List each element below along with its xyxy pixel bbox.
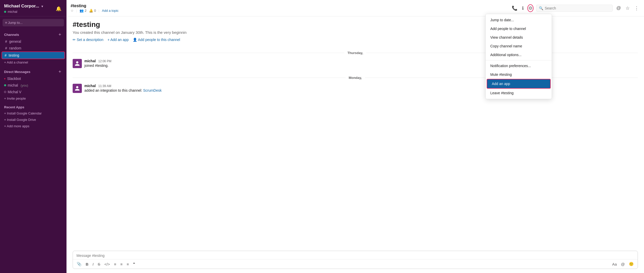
main-header: #testing ☆ | 👥 2 🔔 0 | Add a topic 📞 ℹ ⚙… — [66, 0, 644, 16]
dropdown-jump-to-date[interactable]: Jump to date... — [486, 16, 552, 24]
message-row-2: michal 11:39 AM added an integration to … — [73, 84, 638, 93]
more-options-button[interactable]: ⋮ — [633, 4, 640, 12]
sidebar-item-random[interactable]: # random — [0, 45, 66, 51]
unordered-list-button[interactable]: ≡ — [119, 261, 124, 267]
message-timestamp: 12:06 PM — [98, 59, 111, 63]
date-divider-monday-text: Monday, — [346, 76, 365, 80]
bookmark-icon-button[interactable]: ☆ — [625, 4, 631, 12]
info-icon-button[interactable]: ℹ — [521, 4, 525, 12]
copy-name-label: Copy channel name — [490, 44, 522, 48]
channel-body: #testing You created this channel on Jan… — [66, 16, 644, 251]
header-meta: ☆ | 👥 2 🔔 0 | Add a topic — [71, 9, 119, 13]
message-text: joined #testing. — [84, 64, 638, 68]
blockquote-button[interactable]: ❝ — [132, 261, 136, 267]
sidebar-item-michal[interactable]: michal (you) — [0, 82, 66, 89]
sidebar-item-testing[interactable]: # testing — [2, 51, 65, 59]
message-author: michal — [84, 59, 96, 63]
add-dm-button[interactable]: + — [57, 69, 62, 74]
format-button[interactable]: Aa — [611, 261, 618, 267]
avatar — [73, 59, 82, 68]
message-content-2: michal 11:39 AM added an integration to … — [84, 84, 638, 93]
install-google-drive-link[interactable]: + Install Google Drive — [0, 117, 66, 123]
add-people-label: Add people to channel — [490, 27, 526, 31]
emoji-button[interactable]: 🙂 — [628, 261, 635, 267]
hash-icon: # — [5, 53, 7, 57]
add-channel-link[interactable]: + Add a channel — [0, 59, 66, 66]
sidebar-item-michal-v[interactable]: Michal V — [0, 89, 66, 95]
set-description-link[interactable]: ✏ Set a description — [73, 38, 103, 42]
notifications-bell[interactable]: 🔔 — [55, 5, 62, 13]
attach-button[interactable]: 📎 — [75, 261, 83, 267]
add-topic-link[interactable]: Add a topic — [102, 9, 119, 13]
recent-apps-section-header: Recent Apps — [0, 102, 66, 110]
dropdown-leave[interactable]: Leave #testing — [486, 89, 552, 97]
leave-label: Leave #testing — [490, 91, 514, 95]
mute-label: Mute #testing — [490, 72, 512, 77]
additional-options-label: Additional options... — [490, 53, 521, 57]
channel-actions: ✏ Set a description + Add an app 👤 Add p… — [73, 38, 638, 42]
mention-button[interactable]: @ — [620, 261, 626, 267]
workspace-dropdown-arrow: ▾ — [41, 5, 43, 8]
message-input[interactable] — [76, 254, 634, 258]
add-channel-text: + Add a channel — [4, 60, 28, 64]
phone-icon-button[interactable]: 📞 — [511, 4, 518, 12]
dropdown-add-people[interactable]: Add people to channel — [486, 24, 552, 33]
workspace-name[interactable]: Michael Corpor... ▾ — [4, 4, 43, 9]
notification-prefs-label: Notification preferences... — [490, 64, 531, 68]
install-calendar-text: + Install Google Calendar — [4, 111, 42, 115]
add-more-apps-link[interactable]: + Add more apps — [0, 123, 66, 129]
header-channel-title: #testing — [71, 4, 86, 8]
sidebar-item-slackbot[interactable]: ♥ Slackbot — [0, 75, 66, 82]
star-icon[interactable]: ☆ — [71, 9, 74, 13]
install-drive-text: + Install Google Drive — [4, 118, 36, 122]
dropdown-notification-prefs[interactable]: Notification preferences... — [486, 61, 552, 70]
message-timestamp-2: 11:39 AM — [98, 84, 111, 88]
invite-people-link[interactable]: + Invite people — [0, 95, 66, 102]
strikethrough-button[interactable]: S — [96, 261, 102, 267]
channels-section-header: Channels + — [0, 28, 66, 38]
message-input-top — [73, 251, 638, 259]
main-content: #testing ☆ | 👥 2 🔔 0 | Add a topic 📞 ℹ ⚙… — [66, 0, 644, 273]
jump-to-label: ≡ Jump to... — [5, 21, 23, 25]
add-channel-button[interactable]: + — [57, 32, 62, 37]
bold-button[interactable]: B — [84, 261, 90, 267]
michal-v-status-dot — [4, 91, 6, 93]
dropdown-view-details[interactable]: View channel details — [486, 33, 552, 42]
reminder-count-value: 0 — [94, 9, 96, 13]
message-author-2: michal — [84, 84, 96, 88]
sidebar-user: michal — [4, 10, 43, 14]
ordered-list-button[interactable]: ≡ — [113, 261, 118, 267]
code-button[interactable]: </> — [103, 261, 111, 267]
sidebar-username: michal — [8, 10, 17, 14]
italic-button[interactable]: I — [91, 261, 95, 267]
hash-icon: # — [5, 46, 7, 50]
dropdown-mute[interactable]: Mute #testing — [486, 70, 552, 79]
header-right: 📞 ℹ ⚙ 🔍 @ ☆ ⋮ — [511, 4, 640, 12]
sidebar: Michael Corpor... ▾ michal 🔔 ≡ Jump to..… — [0, 0, 66, 273]
dropdown-separator — [486, 60, 552, 60]
dropdown-copy-name[interactable]: Copy channel name — [486, 42, 552, 50]
avatar-2 — [73, 84, 82, 93]
at-icon-button[interactable]: @ — [615, 4, 622, 12]
jump-to-button[interactable]: ≡ Jump to... — [3, 19, 64, 26]
search-input[interactable] — [545, 6, 610, 10]
add-app-label: Add an app — [492, 82, 510, 86]
search-bar: 🔍 — [536, 5, 613, 12]
scrumdesk-link[interactable]: ScrumDesk — [143, 88, 162, 92]
install-google-calendar-link[interactable]: + Install Google Calendar — [0, 110, 66, 117]
dm-you-label: (you) — [20, 83, 28, 87]
add-app-link[interactable]: + Add an app — [107, 38, 129, 42]
sidebar-item-general[interactable]: # general — [0, 38, 66, 45]
date-divider-thursday-text: Thursday, — [344, 51, 366, 55]
indent-button[interactable]: ≡ — [125, 261, 130, 267]
workspace-name-text: Michael Corpor... — [4, 4, 39, 8]
dropdown-add-app[interactable]: Add an app — [487, 79, 551, 89]
add-people-link[interactable]: 👤 Add people to this channel — [133, 38, 180, 42]
channel-testing-label: testing — [9, 53, 19, 57]
dm-slackbot-label: Slackbot — [7, 77, 21, 81]
sidebar-header: Michael Corpor... ▾ michal 🔔 — [0, 0, 66, 16]
dm-michal-label: michal — [8, 83, 18, 87]
gear-settings-button[interactable]: ⚙ — [527, 4, 534, 12]
dropdown-additional-options[interactable]: Additional options... — [486, 50, 552, 59]
message-input-toolbar: 📎 B I S </> ≡ ≡ ≡ ❝ Aa @ 🙂 — [73, 259, 638, 269]
